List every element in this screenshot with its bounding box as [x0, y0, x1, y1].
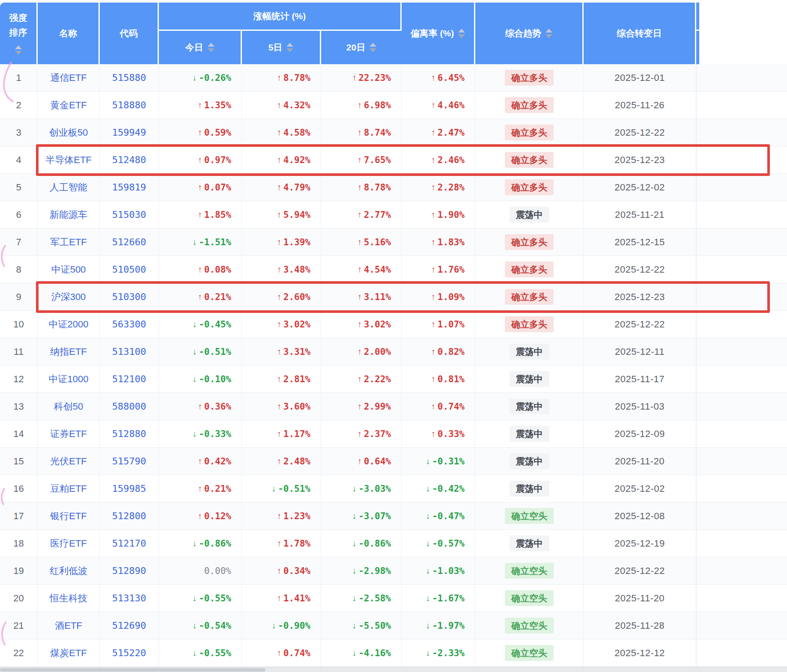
- etf-name-link[interactable]: 创业板50: [38, 119, 100, 146]
- etf-name-link[interactable]: 沪深300: [38, 283, 100, 310]
- direction-arrow-icon: ↑: [277, 347, 281, 357]
- etf-name-link[interactable]: 酒ETF: [38, 612, 100, 639]
- etf-code[interactable]: 515880: [100, 64, 159, 91]
- trend-badge: 震荡中: [510, 398, 549, 414]
- etf-code[interactable]: 515790: [100, 448, 159, 475]
- etf-name-link[interactable]: 红利低波: [38, 557, 100, 584]
- deviation-cell: ↑0.82%: [402, 338, 475, 365]
- sort-caret-icon[interactable]: [286, 43, 293, 52]
- etf-code[interactable]: 515030: [100, 201, 159, 228]
- direction-arrow-icon: ↑: [358, 319, 362, 329]
- etf-code[interactable]: 513130: [100, 585, 159, 612]
- sort-caret-icon[interactable]: [370, 43, 376, 52]
- table-row[interactable]: 13 科创50 588000 ↑0.36% ↑3.60% ↑2.99% ↑0.7…: [0, 393, 787, 420]
- change-5d-cell: ↑2.48%: [242, 448, 321, 475]
- column-header-today[interactable]: 今日: [159, 31, 242, 64]
- etf-code[interactable]: 510300: [100, 283, 159, 310]
- etf-code[interactable]: 512170: [100, 530, 159, 557]
- etf-code[interactable]: 512880: [100, 420, 159, 447]
- table-row[interactable]: 21 酒ETF 512690 ↓-0.54% ↓-0.90% ↓-5.50% ↓…: [0, 612, 787, 639]
- scrollbar-thumb[interactable]: [0, 668, 265, 672]
- etf-code[interactable]: 512690: [100, 612, 159, 639]
- table-row[interactable]: 5 人工智能 159819 ↑0.07% ↑4.79% ↑8.78% ↑2.28…: [0, 174, 787, 201]
- etf-name-link[interactable]: 中证2000: [38, 311, 100, 338]
- table-row[interactable]: 11 纳指ETF 513100 ↓-0.51% ↑3.31% ↑2.00% ↑0…: [0, 338, 787, 366]
- etf-name-link[interactable]: 中证500: [38, 256, 100, 283]
- table-row[interactable]: 7 军工ETF 512660 ↓-1.51% ↑1.39% ↑5.16% ↑1.…: [0, 229, 787, 256]
- table-row[interactable]: 3 创业板50 159949 ↑0.59% ↑4.58% ↑8.74% ↑2.4…: [0, 119, 787, 146]
- etf-name-link[interactable]: 煤炭ETF: [38, 639, 100, 666]
- change-5d-cell: ↑4.92%: [242, 146, 321, 173]
- column-header-strength-rank[interactable]: 强度 排序: [0, 3, 38, 64]
- etf-name-link[interactable]: 豆粕ETF: [38, 475, 100, 502]
- table-row[interactable]: 2 黄金ETF 518880 ↑1.35% ↑4.32% ↑6.98% ↑4.4…: [0, 92, 787, 119]
- column-header-deviation[interactable]: 偏离率 (%): [402, 3, 475, 64]
- table-header: 强度 排序 名称 代码 涨幅统计 (%) 今日 5日: [0, 3, 787, 64]
- etf-code[interactable]: 512660: [100, 229, 159, 256]
- table-row[interactable]: 17 银行ETF 512800 ↑0.12% ↑1.23% ↓-3.07% ↓-…: [0, 503, 787, 530]
- deviation-cell: ↑1.76%: [402, 256, 475, 283]
- etf-name-link[interactable]: 中证1000: [38, 366, 100, 392]
- today-change-cell: ↑0.42%: [159, 448, 242, 475]
- rank-cell: 1: [0, 64, 38, 91]
- sort-caret-icon[interactable]: [546, 29, 552, 38]
- etf-code[interactable]: 512100: [100, 366, 159, 392]
- table-row[interactable]: 6 新能源车 515030 ↑1.85% ↑5.94% ↑2.77% ↑1.90…: [0, 201, 787, 229]
- table-row[interactable]: 15 光伏ETF 515790 ↑0.42% ↑2.48% ↑0.64% ↓-0…: [0, 448, 787, 475]
- table-row[interactable]: 20 恒生科技 513130 ↓-0.55% ↑1.41% ↓-2.58% ↓-…: [0, 585, 787, 612]
- column-header-5d[interactable]: 5日: [242, 31, 321, 64]
- sort-caret-icon[interactable]: [208, 43, 215, 52]
- etf-code[interactable]: 515220: [100, 639, 159, 666]
- etf-name-link[interactable]: 黄金ETF: [38, 92, 100, 119]
- change-date-cell: 2025-11-21: [584, 201, 696, 228]
- etf-name-link[interactable]: 人工智能: [38, 174, 100, 201]
- etf-code[interactable]: 512800: [100, 503, 159, 529]
- table-row[interactable]: 19 红利低波 512890 0.00% ↑0.34% ↓-2.98% ↓-1.…: [0, 557, 787, 585]
- etf-code[interactable]: 512480: [100, 146, 159, 173]
- table-row[interactable]: 14 证券ETF 512880 ↓-0.33% ↑1.17% ↑2.37% ↑0…: [0, 420, 787, 448]
- table-row[interactable]: 22 煤炭ETF 515220 ↓-0.55% ↑0.74% ↓-4.16% ↓…: [0, 639, 787, 667]
- table-row[interactable]: 9 沪深300 510300 ↑0.21% ↑2.60% ↑3.11% ↑1.0…: [0, 283, 787, 311]
- etf-code[interactable]: 159949: [100, 119, 159, 146]
- table-row[interactable]: 16 豆粕ETF 159985 ↑0.21% ↓-0.51% ↓-3.03% ↓…: [0, 475, 787, 503]
- trend-cell: 确立多头: [475, 311, 584, 338]
- etf-code[interactable]: 563300: [100, 311, 159, 338]
- table-row[interactable]: 12 中证1000 512100 ↓-0.10% ↑2.81% ↑2.22% ↑…: [0, 366, 787, 393]
- etf-name-link[interactable]: 证券ETF: [38, 420, 100, 447]
- horizontal-scrollbar[interactable]: [0, 667, 787, 672]
- table-row[interactable]: 18 医疗ETF 512170 ↓-0.86% ↑1.78% ↓-0.86% ↓…: [0, 530, 787, 557]
- trend-cell: 震荡中: [475, 530, 584, 557]
- etf-code[interactable]: 588000: [100, 393, 159, 420]
- cutoff-next-column-cell: [696, 229, 699, 256]
- table-row[interactable]: 8 中证500 510500 ↑0.08% ↑3.48% ↑4.54% ↑1.7…: [0, 256, 787, 283]
- etf-code[interactable]: 513100: [100, 338, 159, 365]
- etf-name-link[interactable]: 新能源车: [38, 201, 100, 228]
- etf-name-link[interactable]: 半导体ETF: [38, 146, 100, 173]
- etf-name-link[interactable]: 医疗ETF: [38, 530, 100, 557]
- column-header-trend[interactable]: 综合趋势: [475, 3, 584, 64]
- deviation-cell: ↓-0.31%: [402, 448, 475, 475]
- direction-arrow-icon: ↓: [426, 621, 430, 630]
- etf-code[interactable]: 518880: [100, 92, 159, 119]
- etf-name-link[interactable]: 恒生科技: [38, 585, 100, 612]
- etf-code[interactable]: 512890: [100, 557, 159, 584]
- etf-name-link[interactable]: 通信ETF: [38, 64, 100, 91]
- column-header-20d[interactable]: 20日: [321, 31, 402, 64]
- etf-name-link[interactable]: 科创50: [38, 393, 100, 420]
- etf-code[interactable]: 510500: [100, 256, 159, 283]
- etf-name-link[interactable]: 银行ETF: [38, 503, 100, 529]
- table-row[interactable]: 10 中证2000 563300 ↓-0.45% ↑3.02% ↑3.02% ↑…: [0, 311, 787, 338]
- direction-arrow-icon: ↑: [431, 292, 435, 302]
- etf-name-link[interactable]: 纳指ETF: [38, 338, 100, 365]
- etf-name-link[interactable]: 军工ETF: [38, 229, 100, 256]
- change-20d-cell: ↑2.22%: [321, 366, 402, 392]
- strength-rank-label-line1: 强度: [9, 12, 27, 24]
- table-row[interactable]: 1 通信ETF 515880 ↓-0.26% ↑8.78% ↑22.23% ↑6…: [0, 64, 787, 92]
- etf-name-link[interactable]: 光伏ETF: [38, 448, 100, 475]
- today-change-cell: ↑0.97%: [159, 146, 242, 173]
- etf-code[interactable]: 159985: [100, 475, 159, 502]
- etf-code[interactable]: 159819: [100, 174, 159, 201]
- sort-caret-icon[interactable]: [458, 29, 465, 38]
- table-row[interactable]: 4 半导体ETF 512480 ↑0.97% ↑4.92% ↑7.65% ↑2.…: [0, 146, 787, 174]
- sort-caret-icon[interactable]: [15, 45, 22, 55]
